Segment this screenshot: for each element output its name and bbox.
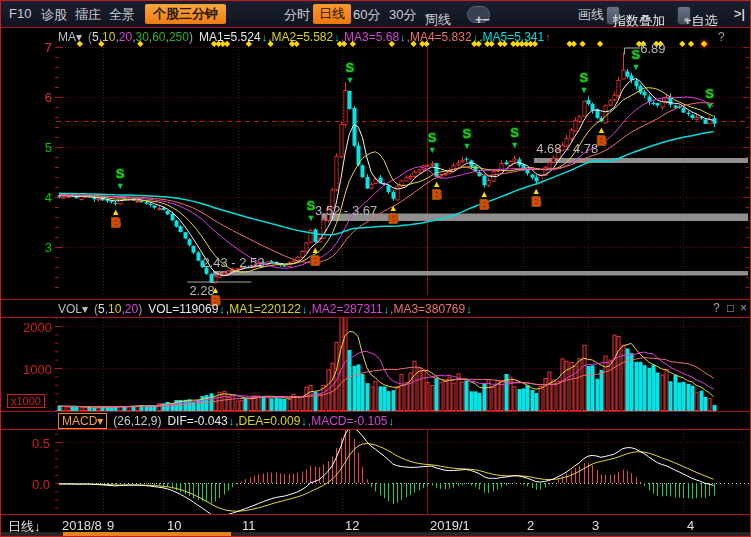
buy-marker: B [532,196,541,208]
indicator-value: MA2=5.582 [271,30,333,44]
collapse-panel-icon[interactable]: >| [734,6,745,21]
zoom-pill: + − [467,6,490,23]
indicator-value: MA5=5.341 [482,30,544,44]
ma-dropdown[interactable]: MA▾ [58,30,82,44]
x-axis-label: 11 [242,518,256,533]
tab-rixian[interactable]: 日线 [313,4,351,24]
indicator-value: MA1=5.524 [199,30,261,44]
tab-60min[interactable]: 60分 [353,6,380,24]
y-axis-label: 6 [28,90,52,105]
indicator-value: VOL=119069 [148,302,218,316]
price-band-label: 4.68 - 4.78 [536,142,598,155]
help-icon[interactable]: ? [718,30,725,44]
y-axis-label: 0.0 [26,477,50,492]
draw-line-button[interactable]: 画线 [578,6,604,24]
event-diamond-icon[interactable]: ◆ [701,40,707,48]
indicator-params: 20 [119,30,132,44]
price-band-label: 3.52 - 3.67 [315,204,377,217]
chart-canvas[interactable] [0,0,751,537]
sell-marker: S [462,128,471,140]
sell-arrow-icon: ▼ [428,146,437,154]
x-axis-label: 12 [345,518,359,533]
y-axis-label: 3 [28,240,52,255]
sell-marker: S [510,127,519,139]
event-diamond-icon[interactable]: ◆ [679,40,685,48]
x-axis-label: 4 [687,518,694,533]
index-overlay-button[interactable]: 指数叠加 ▾ [606,6,620,25]
sell-marker: S [306,200,315,212]
tab-fenshi[interactable]: 分时 [284,6,310,24]
menu-f10[interactable]: F10 [9,6,31,21]
scrollbar-thumb[interactable] [63,532,231,536]
trend-arrow-icon: ↓ [301,415,307,427]
trend-arrow-icon: ↑ [545,31,551,43]
sell-marker: S [632,49,641,61]
y-axis-label: 0.5 [26,436,50,451]
y-axis-label: 1000 [16,362,52,377]
event-diamond-icon[interactable]: ◆ [580,40,586,48]
close-icon[interactable]: × [740,301,747,315]
indicator-params: 10 [102,30,115,44]
indicator-value: MA4=5.832 [410,30,472,44]
y-axis-label: 4 [28,190,52,205]
x-axis-label: 2018/8 [62,518,102,533]
price-band-label: 2.43 - 2.52 [202,256,264,269]
sell-arrow-icon: ▼ [462,142,471,150]
vol-dropdown[interactable]: VOL▾ [58,302,88,316]
buy-marker: B [480,199,489,211]
menu-diagnose[interactable]: 诊股 [41,6,67,24]
zoom-out-button[interactable]: − [482,12,490,27]
add-watchlist-button[interactable]: +自选 ▾ [677,6,691,25]
y-axis-label: 2000 [16,320,52,335]
sell-arrow-icon: ▼ [632,63,641,71]
price-annotation: 2.28 [189,284,214,297]
help-icon[interactable]: ? [713,301,720,315]
trend-arrow-icon: ↓ [389,415,395,427]
x-axis-label: 2 [527,518,534,533]
sell-arrow-icon: ▼ [116,182,125,190]
volume-unit-label: x1000 [7,394,45,408]
tab-30min[interactable]: 30分 [389,6,416,24]
chevron-down-icon: ▾ [613,12,618,29]
macd-dropdown[interactable]: MACD▾ [58,413,107,429]
trend-arrow-icon: ↓ [466,303,472,315]
indicator-params: (26,12,9) [113,414,161,428]
buy-marker: B [311,255,320,267]
x-axis-label: 9 [107,518,114,533]
stock-3min-button[interactable]: 个股三分钟 [145,4,226,24]
sell-arrow-icon: ▼ [306,214,315,222]
event-diamond-icon[interactable]: ◆ [688,40,694,48]
event-diamond-icon[interactable]: ◆ [571,40,577,48]
y-axis-label: 5 [28,140,52,155]
indicator-params: ) [189,30,193,44]
chevron-down-icon: ▾ [425,11,430,21]
buy-marker: B [389,213,398,225]
menu-leizhuang[interactable]: 擂庄 [75,6,101,24]
trend-arrow-icon: ↓ [384,303,390,315]
buy-marker: B [111,217,120,229]
chevron-down-icon: ▾ [684,12,689,29]
indicator-params: 30 [135,30,148,44]
indicator-params: 60 [152,30,165,44]
x-axis-label: 10 [167,518,181,533]
indicator-value: DIF=-0.043 [167,414,227,428]
trend-arrow-icon: ↓ [219,303,225,315]
menu-panorama[interactable]: 全景 [109,6,135,24]
stock-chart-window: F10 诊股 擂庄 全景 个股三分钟 分时 日线 60分 30分 周线 ▾ + … [0,0,751,537]
x-axis-label: 3 [592,518,599,533]
y-axis-label: 7 [28,40,52,55]
event-diamond-icon[interactable]: ◆ [597,40,603,48]
ma-indicator-header: MA▾(5,10,20,30,60,250)MA1=5.524↓,MA2=5.5… [58,30,552,45]
indicator-value: DEA=0.009 [239,414,301,428]
macd-indicator-header: MACD▾(26,12,9)DIF=-0.043↓,DEA=0.009↓,MAC… [58,413,395,428]
sell-marker: S [705,88,714,100]
price-annotation: 6.89 [640,42,665,55]
maximize-icon[interactable]: □ [727,301,734,315]
indicator-params: 10 [108,302,121,316]
x-axis-label: 2019/1 [430,518,470,533]
sell-marker: S [428,132,437,144]
indicator-value: MA1=220122 [229,302,301,316]
sell-marker: S [116,168,125,180]
sell-arrow-icon: ▼ [580,86,589,94]
scrollbar-track[interactable] [1,532,750,536]
